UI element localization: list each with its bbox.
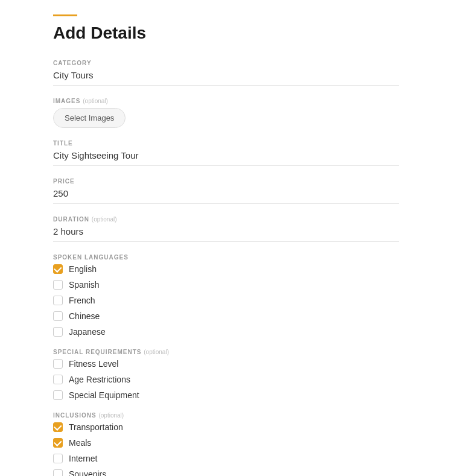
list-item[interactable]: English [53,264,399,274]
list-item[interactable]: French [53,296,399,305]
title-label: TITLE [53,140,399,147]
spoken-languages-label: SPOKEN LANGUAGES [53,254,399,261]
checkbox-box[interactable] [53,390,63,400]
checkbox-label: English [69,264,97,274]
inclusions-field: INCLUSIONS (OPTIONAL) TransportationMeal… [53,412,399,476]
list-item[interactable]: Special Equipment [53,390,399,400]
duration-label: DURATION (OPTIONAL) [53,216,399,223]
category-value: City Tours [53,70,399,86]
checkbox-box[interactable] [53,375,63,384]
duration-value: 2 hours [53,226,399,242]
inclusions-group: TransportationMealsInternetSouvenirs [53,422,399,476]
checkbox-box[interactable] [53,311,63,321]
list-item[interactable]: Japanese [53,327,399,337]
checkbox-label: Chinese [69,311,100,321]
checkbox-label: Meals [69,438,91,448]
checkbox-box[interactable] [53,469,63,476]
list-item[interactable]: Chinese [53,311,399,321]
duration-field: DURATION (OPTIONAL) 2 hours [53,216,399,242]
checkbox-label: Transportation [69,422,123,432]
checkbox-label: French [69,296,95,305]
list-item[interactable]: Internet [53,454,399,463]
spoken-languages-field: SPOKEN LANGUAGES EnglishSpanishFrenchChi… [53,254,399,337]
list-item[interactable]: Transportation [53,422,399,432]
checkbox-label: Souvenirs [69,469,106,476]
checkbox-box[interactable] [53,296,63,305]
price-field: PRICE 250 [53,178,399,204]
checkbox-box[interactable] [53,422,63,432]
checkbox-box[interactable] [53,454,63,463]
inclusions-label: INCLUSIONS (OPTIONAL) [53,412,399,419]
images-field: IMAGES (OPTIONAL) Select Images [53,98,399,128]
list-item[interactable]: Souvenirs [53,469,399,476]
list-item[interactable]: Meals [53,438,399,448]
title-field: TITLE City Sightseeing Tour [53,140,399,166]
special-requirements-group: Fitness LevelAge RestrictionsSpecial Equ… [53,359,399,400]
special-requirements-label: SPECIAL REQUIREMENTS (OPTIONAL) [53,349,399,355]
checkbox-label: Spanish [69,280,100,290]
special-requirements-field: SPECIAL REQUIREMENTS (OPTIONAL) Fitness … [53,349,399,400]
checkbox-box[interactable] [53,438,63,448]
checkbox-label: Special Equipment [69,390,139,400]
images-label: IMAGES (OPTIONAL) [53,98,399,104]
accent-bar [53,14,77,16]
select-images-button[interactable]: Select Images [53,108,126,128]
checkbox-label: Fitness Level [69,359,118,369]
price-value: 250 [53,188,399,204]
page-title: Add Details [53,24,399,43]
checkbox-label: Internet [69,454,97,463]
checkbox-box[interactable] [53,280,63,290]
checkbox-box[interactable] [53,327,63,337]
list-item[interactable]: Fitness Level [53,359,399,369]
checkbox-label: Age Restrictions [69,375,130,384]
price-label: PRICE [53,178,399,185]
checkbox-label: Japanese [69,327,106,337]
category-field: CATEGORY City Tours [53,60,399,86]
list-item[interactable]: Spanish [53,280,399,290]
spoken-languages-group: EnglishSpanishFrenchChineseJapanese [53,264,399,337]
category-label: CATEGORY [53,60,399,66]
checkbox-box[interactable] [53,264,63,274]
checkbox-box[interactable] [53,359,63,369]
page-container: Add Details CATEGORY City Tours IMAGES (… [0,0,452,476]
list-item[interactable]: Age Restrictions [53,375,399,384]
title-value: City Sightseeing Tour [53,150,399,166]
